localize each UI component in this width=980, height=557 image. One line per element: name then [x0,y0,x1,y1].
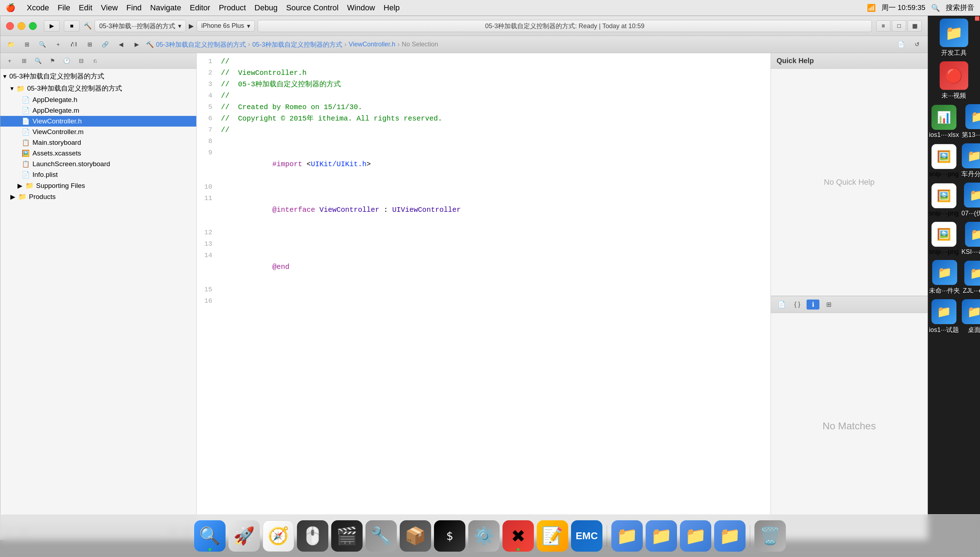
sidebar-search-btn[interactable]: 🔍 [33,57,44,65]
debug-toggle[interactable]: □ [892,20,906,32]
dock-safari[interactable]: 🧭 [263,520,294,552]
code-editor[interactable]: 1 // 2 // ViewController.h 3 // 05-3种加载自… [197,53,771,539]
file-h-selected-icon: 📄 [22,117,29,125]
desktop-icon-kaifa[interactable]: 📁 开发工具 [933,18,975,57]
dock-mouse[interactable]: 🖱️ [297,520,328,552]
file-main-storyboard[interactable]: 📋 Main.storyboard [0,137,196,148]
dock-trash[interactable]: 🗑️ [755,520,786,552]
sidebar-grid-btn[interactable]: ⊟ [75,57,87,65]
menu-xcode[interactable]: Xcode [27,3,49,13]
menu-editor[interactable]: Editor [190,3,210,13]
file-tree-project-group[interactable]: ▾ 📁 05-3种加载自定义控制器的方式 [0,82,196,94]
menu-edit[interactable]: Edit [79,3,92,13]
view-controls: ≡ □ ▦ [876,20,922,32]
utilities-toggle[interactable]: ▦ [908,20,922,32]
desktop-icon-video[interactable]: 🔴 未···视频 [933,61,975,100]
dock-xmind[interactable]: ✖ [503,520,534,552]
file-launchscreen[interactable]: 📋 LaunchScreen.storyboard [0,159,196,169]
folder-ksi-icon: 📁 [965,222,980,247]
apple-menu[interactable]: 🍎 [6,3,15,13]
dock-launchpad[interactable]: 🚀 [229,520,260,552]
file-infoplist[interactable]: 📄 Info.plist [0,169,196,180]
dock-terminal[interactable]: $ [434,520,466,552]
dock-folder-1[interactable]: 📁 [611,520,643,552]
run-button[interactable]: ▶ [44,20,60,32]
filter-icon[interactable]: ⊞ [20,39,33,50]
dock-finder[interactable]: 🔍 [194,520,225,552]
sidebar-badge-btn[interactable]: ⚑ [47,57,58,65]
vcs-icon[interactable]: ⛙ [67,39,80,50]
desktop-icon-snip1[interactable]: 🖼️ snip····png 📁 车丹分享 [929,143,979,178]
scheme-selector[interactable]: 05-3种加载···控制器的方式 ▾ [95,20,186,32]
sidebar-history-btn[interactable]: 🕐 [61,57,72,65]
file-assets[interactable]: 🖼️ Assets.xcassets [0,148,196,159]
file-viewcontroller-m-label: ViewController.m [33,128,83,136]
sidebar-filter-btn[interactable]: ⊞ [18,57,29,65]
navigator-icon[interactable]: 📁 [5,39,18,50]
dock-media[interactable]: 🎬 [331,520,363,552]
menu-source-control[interactable]: Source Control [286,3,339,13]
qh-file-btn[interactable]: 📄 [775,300,788,309]
file-appdelegate-h[interactable]: 📄 AppDelegate.h [0,94,196,105]
refresh-icon[interactable]: ↺ [910,39,923,50]
menu-window[interactable]: Window [347,3,375,13]
desktop-icon-snip3[interactable]: 🖼️ snip····png 📁 KSI····aster [929,222,979,256]
desktop-icon-ios-zhuomian[interactable]: 📁 ios1···试题 📁 桌面 [929,299,979,334]
search-menubar[interactable]: 🔍 [931,3,940,12]
folder-supporting-files[interactable]: ▶ 📁 Supporting Files [0,180,196,191]
desktop-icon-xlsx[interactable]: 📊 ios1····xlsx 📁 第13···业准 [929,104,979,139]
folder-products[interactable]: ▶ 📁 Products [0,191,196,202]
import-keyword: #import [272,160,307,168]
maximize-button[interactable] [29,22,37,30]
assets-icon: 🖼️ [22,150,29,157]
breadcrumb-part1[interactable]: 05-3种加载自定义控制器的方式 [156,40,246,49]
grid-icon[interactable]: ⊞ [83,39,96,50]
menu-navigate[interactable]: Navigate [150,3,181,13]
menu-file[interactable]: File [57,3,70,13]
link-icon[interactable]: 🔗 [99,39,112,50]
qh-info-btn[interactable]: ℹ [807,300,819,309]
file-tree-root[interactable]: ▾ 05-3种加载自定义控制器的方式 [0,70,196,82]
quick-help-header: Quick Help [771,53,928,69]
quick-help-no-help: No Quick Help [771,69,928,296]
kaifa-label: 开发工具 [941,49,967,57]
menu-product[interactable]: Product [219,3,246,13]
dock-prefs[interactable]: ⚙️ [468,520,500,552]
breadcrumb-part2[interactable]: 05-3种加载自定义控制器的方式 [252,40,342,49]
minimize-button[interactable] [18,22,25,30]
navigator-toggle[interactable]: ≡ [876,20,890,32]
folder4-icon: 📁 [719,526,740,546]
nav-back[interactable]: ◀ [114,39,127,50]
dock-emc[interactable]: EMC [571,520,603,552]
file-appdelegate-m[interactable]: 📄 AppDelegate.m [0,105,196,116]
dock-folder-4[interactable]: 📁 [714,520,746,552]
breadcrumb-part3[interactable]: ViewController.h [349,41,395,48]
dock-tools[interactable]: 🔧 [366,520,397,552]
menu-find[interactable]: Find [126,3,142,13]
desktop-icon-bottom-row[interactable]: 📁 未命···件夹 📁 ZJL···etail [929,260,979,295]
dock-stickies[interactable]: 📝 [537,520,568,552]
file-viewcontroller-h[interactable]: 📄 ViewController.h [0,116,196,127]
qh-build-btn[interactable]: ⊞ [822,300,835,309]
sidebar-add-btn[interactable]: + [4,57,15,65]
time-display: 周一 10:59:35 [882,3,925,13]
menu-debug[interactable]: Debug [255,3,278,13]
close-button[interactable] [6,22,14,30]
dock-folder-3[interactable]: 📁 [680,520,711,552]
new-file-icon[interactable]: 📄 [895,39,908,50]
dock-install[interactable]: 📦 [400,520,431,552]
device-selector[interactable]: iPhone 6s Plus ▾ [197,20,255,32]
products-folder-icon: ▶ [10,193,15,201]
menu-help[interactable]: Help [384,3,400,13]
add-icon[interactable]: + [52,39,65,50]
sidebar-link-btn[interactable]: ⎌ [90,57,101,65]
code-line-2: 2 // ViewController.h [197,67,771,79]
menu-view[interactable]: View [101,3,118,13]
dock-folder-2[interactable]: 📁 [645,520,677,552]
search-icon[interactable]: 🔍 [36,39,49,50]
qh-code-btn[interactable]: { } [791,300,804,309]
stop-button[interactable]: ■ [64,20,80,32]
file-viewcontroller-m[interactable]: 📄 ViewController.m [0,127,196,137]
nav-forward[interactable]: ▶ [130,39,143,50]
desktop-icon-snip2[interactable]: 🖼️ snip····png 📁 07···(优化) [929,182,979,218]
